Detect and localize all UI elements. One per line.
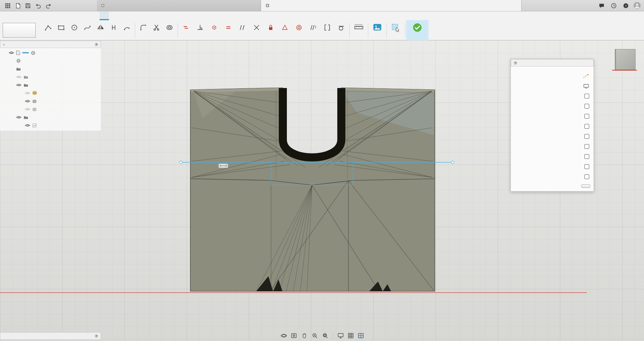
option-sketch-grid[interactable] (511, 91, 594, 101)
job-status-clock-icon[interactable] (609, 1, 618, 10)
option-show-profile[interactable] (511, 121, 594, 131)
viewports-icon[interactable] (357, 332, 365, 340)
insert-image-icon[interactable] (372, 22, 383, 33)
dimension-badge[interactable] (219, 164, 228, 168)
tab-maillage[interactable] (71, 11, 81, 20)
viewcube[interactable] (609, 41, 642, 73)
new-tab-button[interactable] (522, 1, 530, 10)
slot-tool-icon[interactable] (109, 23, 118, 32)
checkbox[interactable] (584, 154, 589, 159)
finish-sketch-check-icon[interactable] (412, 22, 423, 33)
option-look-at[interactable] (511, 81, 594, 91)
perpendicular-constraint-icon[interactable] (195, 23, 205, 32)
group-label-modify[interactable] (139, 34, 174, 40)
undo-icon[interactable] (34, 1, 42, 10)
grid-settings-icon[interactable] (347, 332, 354, 340)
checkbox[interactable] (584, 124, 589, 129)
checkbox[interactable] (584, 104, 589, 109)
tree-item-named-views[interactable] (0, 65, 101, 73)
finish-sketch-button[interactable] (581, 184, 590, 188)
help-icon[interactable]: ? (621, 1, 630, 10)
tree-item-sketch3[interactable] (0, 121, 101, 129)
document-tab-active[interactable] (261, 0, 522, 11)
tree-item-mesh-body[interactable] (0, 89, 101, 97)
group-label-insert[interactable] (372, 34, 383, 40)
document-tab[interactable] (96, 0, 261, 11)
select-tool-icon[interactable] (390, 22, 402, 33)
group-label-finish-sketch[interactable] (412, 34, 423, 40)
coincident-constraint-icon[interactable] (210, 23, 219, 32)
user-avatar[interactable] (634, 2, 641, 9)
option-snap[interactable] (511, 101, 594, 111)
checkbox[interactable] (584, 174, 589, 179)
look-at-icon[interactable] (290, 332, 298, 340)
option-show-projected[interactable] (511, 162, 594, 172)
visibility-eye-icon[interactable] (25, 99, 30, 103)
offset-tool-icon[interactable] (165, 23, 174, 32)
file-menu-icon[interactable] (13, 1, 22, 10)
dock-dot-icon[interactable] (95, 335, 98, 338)
checkbox[interactable] (584, 144, 589, 149)
app-grid-icon[interactable] (3, 1, 12, 10)
orbit-icon[interactable] (280, 332, 288, 340)
option-slice[interactable] (511, 111, 594, 121)
dock-dot-icon[interactable] (514, 61, 517, 65)
visibility-eye-icon[interactable] (25, 123, 30, 127)
look-at-icon[interactable] (583, 84, 589, 89)
tangent-constraint-icon[interactable] (337, 23, 346, 32)
tree-item-document-root[interactable] (0, 49, 101, 57)
checkbox[interactable] (584, 134, 589, 139)
comments-header[interactable] (0, 332, 101, 340)
group-label-select[interactable] (390, 34, 402, 40)
palette-options-section[interactable] (511, 67, 594, 71)
spline-tool-icon[interactable] (83, 23, 92, 32)
trim-scissors-icon[interactable] (152, 23, 161, 32)
rectangle-tool-icon[interactable] (56, 23, 66, 32)
tree-item-document-settings[interactable] (0, 57, 101, 65)
option-show-points[interactable] (511, 131, 594, 141)
display-settings-icon[interactable] (337, 332, 344, 340)
checkbox[interactable] (584, 94, 589, 98)
option-construction[interactable] (511, 71, 594, 81)
option-show-dimensions[interactable] (511, 141, 594, 152)
equal-constraint-icon[interactable] (224, 23, 233, 32)
visibility-eye-icon[interactable] (9, 51, 14, 55)
group-label-create[interactable] (43, 34, 131, 40)
polygon-constraint-icon[interactable] (280, 23, 290, 32)
tab-outils[interactable] (90, 11, 100, 20)
navigator-header[interactable]: « (0, 41, 101, 48)
visibility-eye-icon[interactable] (25, 91, 30, 95)
save-icon[interactable] (24, 1, 32, 10)
mirror-tool-icon[interactable] (96, 23, 105, 32)
construction-icon[interactable] (582, 74, 589, 78)
measure-tool-icon[interactable] (353, 22, 365, 33)
mesh-body-model[interactable] (190, 88, 435, 291)
tab-tolerie[interactable] (81, 11, 90, 20)
workspace-selector[interactable] (3, 23, 36, 38)
line-tool-icon[interactable] (43, 23, 53, 32)
dock-dot-icon[interactable] (95, 43, 98, 46)
zoom-icon[interactable] (311, 332, 319, 340)
fit-zoom-icon[interactable] (321, 332, 329, 340)
pan-hand-icon[interactable] (300, 332, 308, 340)
arc-tool-icon[interactable] (122, 23, 131, 32)
tree-item-origin[interactable] (0, 73, 101, 81)
project-constraint-icon[interactable] (323, 23, 332, 32)
fillet-tool-icon[interactable] (139, 23, 148, 32)
fix-lock-constraint-icon[interactable] (266, 23, 275, 32)
tab-en-surface[interactable] (52, 11, 62, 20)
tree-item-body2[interactable] (0, 105, 101, 113)
tab-esquisse[interactable] (100, 11, 109, 20)
tree-item-sketches-folder[interactable] (0, 113, 101, 121)
tree-item-body1[interactable] (0, 97, 101, 105)
comments-bubble-icon[interactable] (597, 1, 606, 10)
tree-item-bodies-folder[interactable] (0, 81, 101, 89)
viewcube-front-face[interactable] (615, 49, 636, 70)
option-3d-sketch[interactable] (511, 172, 594, 182)
ground-icon[interactable] (31, 51, 35, 55)
visibility-eye-icon[interactable] (25, 107, 30, 111)
group-label-inspect[interactable] (353, 34, 365, 40)
palette-header[interactable] (511, 59, 594, 67)
visibility-eye-icon[interactable] (16, 115, 22, 119)
tab-forme[interactable] (62, 11, 71, 20)
